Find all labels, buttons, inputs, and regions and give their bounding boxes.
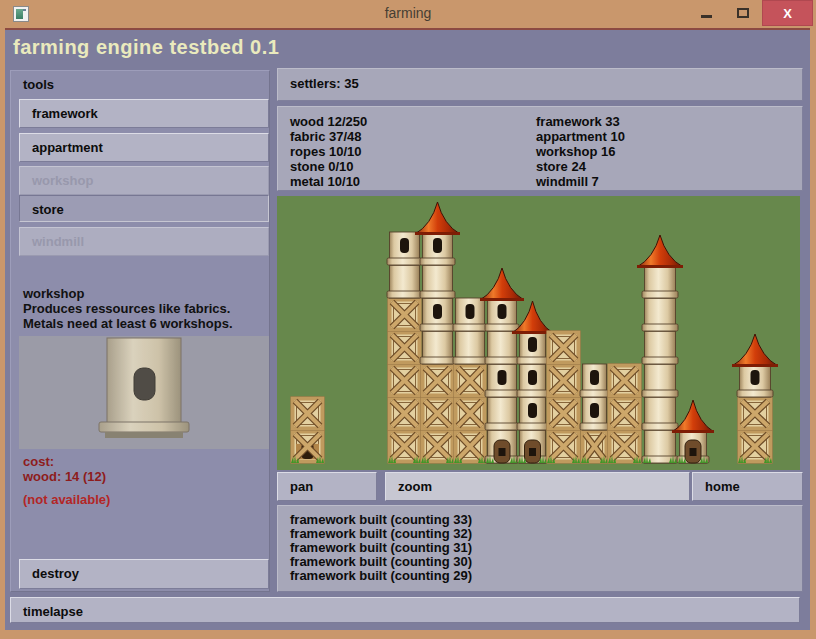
building-info-line2: Metals need at least 6 workshops. xyxy=(23,316,233,331)
tool-button-store[interactable]: store xyxy=(19,195,269,222)
tool-button-windmill: windmill xyxy=(19,227,269,256)
count-windmill: windmill 7 xyxy=(536,174,599,189)
availability-status: (not available) xyxy=(23,492,110,507)
count-framework: framework 33 xyxy=(536,114,620,129)
home-button[interactable]: home xyxy=(692,472,803,501)
destroy-button[interactable]: destroy xyxy=(19,559,269,589)
minimize-icon xyxy=(701,15,712,18)
app-window: farming X farming engine testbed 0.1 too… xyxy=(0,0,816,639)
settlers-count: settlers: 35 xyxy=(290,76,359,91)
resource-fabric: fabric 37/48 xyxy=(290,129,362,144)
tool-button-framework[interactable]: framework xyxy=(19,99,269,128)
building-info: workshop Produces ressources like fabric… xyxy=(23,286,233,331)
cost-block: cost: wood: 14 (12) xyxy=(23,454,106,484)
building-info-name: workshop xyxy=(23,286,233,301)
game-scene xyxy=(277,196,800,470)
titlebar: farming X xyxy=(0,0,816,28)
resource-metal: metal 10/10 xyxy=(290,174,360,189)
resource-stone: stone 0/10 xyxy=(290,159,354,174)
window-border-bottom xyxy=(0,630,816,639)
count-appartment: appartment 10 xyxy=(536,129,625,144)
tool-button-workshop: workshop xyxy=(19,166,269,195)
building-preview xyxy=(19,336,269,449)
timelapse-button[interactable]: timelapse xyxy=(10,597,800,623)
log-line: framework built (counting 31) xyxy=(290,540,472,555)
log-line: framework built (counting 29) xyxy=(290,568,472,583)
log-line: framework built (counting 32) xyxy=(290,526,472,541)
window-border-left xyxy=(0,28,5,639)
resource-ropes: ropes 10/10 xyxy=(290,144,362,159)
tool-button-appartment[interactable]: appartment xyxy=(19,133,269,162)
tools-label: tools xyxy=(23,77,54,92)
building-info-line1: Produces ressources like fabrics. xyxy=(23,301,233,316)
maximize-button[interactable] xyxy=(726,0,760,26)
count-store: store 24 xyxy=(536,159,586,174)
cost-line: wood: 14 (12) xyxy=(23,469,106,484)
cost-title: cost: xyxy=(23,454,106,469)
resource-wood: wood 12/250 xyxy=(290,114,367,129)
pan-button[interactable]: pan xyxy=(277,472,377,501)
tools-panel: tools framework appartment workshop stor… xyxy=(10,70,270,592)
close-button[interactable]: X xyxy=(762,0,813,26)
building-preview-image xyxy=(19,336,269,449)
maximize-icon xyxy=(737,8,749,18)
resources-panel: wood 12/250 fabric 37/48 ropes 10/10 sto… xyxy=(277,106,803,191)
window-border-right xyxy=(810,28,816,639)
log-line: framework built (counting 30) xyxy=(290,554,472,569)
game-viewport[interactable] xyxy=(277,196,800,470)
settlers-panel: settlers: 35 xyxy=(277,68,803,101)
log-line: framework built (counting 33) xyxy=(290,512,472,527)
zoom-button[interactable]: zoom xyxy=(385,472,690,501)
minimize-button[interactable] xyxy=(690,0,724,26)
page-title: farming engine testbed 0.1 xyxy=(13,36,279,59)
window-edge-accent xyxy=(0,28,816,30)
count-workshop: workshop 16 xyxy=(536,144,615,159)
event-log: framework built (counting 33) framework … xyxy=(277,505,803,592)
